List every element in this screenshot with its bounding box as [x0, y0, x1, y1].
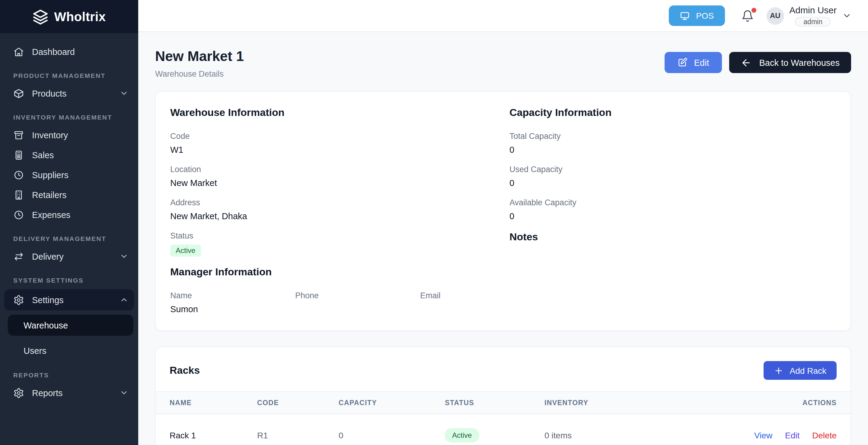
column-header-actions: ACTIONS	[681, 391, 850, 414]
field-status: Status Active	[170, 231, 509, 257]
sidebar-item-products[interactable]: Products	[0, 83, 138, 103]
delete-rack-link[interactable]: Delete	[812, 431, 837, 440]
back-to-warehouses-button[interactable]: Back to Warehouses	[729, 52, 851, 73]
section-label-inventory: INVENTORY MANAGEMENT	[0, 103, 138, 125]
field-value: Sumon	[170, 304, 295, 315]
edit-rack-link[interactable]: Edit	[785, 431, 800, 440]
field-total-capacity: Total Capacity 0	[509, 131, 836, 155]
warehouse-info-column: Warehouse Information Code W1 Location N…	[170, 107, 509, 324]
sidebar-subitem-warehouse[interactable]: Warehouse	[8, 315, 133, 336]
field-label: Status	[170, 231, 509, 240]
add-rack-button[interactable]: Add Rack	[764, 361, 837, 380]
calculator-icon	[13, 149, 24, 160]
sidebar-item-settings[interactable]: Settings	[4, 289, 134, 310]
user-name: Admin User	[789, 5, 837, 15]
sidebar-item-label: Settings	[32, 295, 64, 305]
page-actions: Edit Back to Warehouses	[664, 52, 851, 73]
sidebar-item-reports[interactable]: Reports	[0, 383, 138, 403]
capacity-info-heading: Capacity Information	[509, 107, 836, 119]
column-header-code: CODE	[257, 391, 339, 414]
page-content: New Market 1 Warehouse Details Edit	[138, 32, 868, 445]
clock-icon	[13, 209, 24, 220]
arrows-left-right-icon	[13, 251, 24, 262]
brand-name: Wholtrix	[54, 9, 105, 24]
status-badge: Active	[170, 244, 201, 257]
racks-table: NAME CODE CAPACITY STATUS INVENTORY ACTI…	[156, 391, 850, 445]
monitor-icon	[680, 10, 690, 21]
field-address: Address New Market, Dhaka	[170, 198, 509, 221]
sidebar-item-retailers[interactable]: Retailers	[0, 185, 138, 205]
sidebar-item-sales[interactable]: Sales	[0, 145, 138, 165]
field-label: Used Capacity	[509, 165, 836, 174]
sidebar-item-label: Products	[32, 88, 66, 98]
racks-card: Racks Add Rack NAME CODE CAPAC	[155, 347, 851, 445]
field-label: Name	[170, 291, 295, 300]
home-icon	[13, 46, 24, 57]
user-menu[interactable]: Admin User admin	[789, 5, 837, 27]
avatar[interactable]: AU	[766, 7, 784, 25]
app-root: Wholtrix Dashboard PRODUCT MANAGEMENT Pr…	[0, 0, 868, 445]
rack-capacity-cell: 0	[339, 414, 445, 445]
field-label: Total Capacity	[509, 131, 836, 141]
sidebar-item-expenses[interactable]: Expenses	[0, 205, 138, 225]
sidebar-subitem-users[interactable]: Users	[8, 340, 133, 361]
rack-code-cell: R1	[257, 414, 339, 445]
edit-warehouse-button[interactable]: Edit	[664, 52, 722, 73]
sidebar-item-dashboard[interactable]: Dashboard	[0, 42, 138, 62]
field-label: Address	[170, 198, 509, 207]
field-value: New Market	[170, 178, 509, 188]
building-icon	[13, 189, 24, 200]
edit-button-label: Edit	[694, 58, 709, 67]
user-role-badge: admin	[795, 17, 831, 27]
section-label-product: PRODUCT MANAGEMENT	[0, 62, 138, 83]
field-value: W1	[170, 145, 509, 155]
notifications-button[interactable]	[741, 9, 754, 22]
gear-icon	[13, 387, 24, 398]
section-label-system: SYSTEM SETTINGS	[0, 266, 138, 288]
add-rack-label: Add Rack	[790, 365, 826, 375]
sidebar: Wholtrix Dashboard PRODUCT MANAGEMENT Pr…	[0, 0, 138, 445]
clock-icon	[13, 169, 24, 180]
chevron-down-icon	[120, 252, 129, 261]
field-location: Location New Market	[170, 165, 509, 188]
chevron-down-icon	[120, 388, 129, 397]
rack-inventory-cell: 0 items	[545, 414, 681, 445]
brand-header[interactable]: Wholtrix	[0, 0, 138, 33]
field-code: Code W1	[170, 131, 509, 155]
sidebar-item-label: Users	[24, 346, 46, 355]
pos-label: POS	[696, 11, 714, 21]
field-value: 0	[509, 211, 836, 221]
scale-wrapper: Wholtrix Dashboard PRODUCT MANAGEMENT Pr…	[0, 0, 868, 445]
main-area: POS AU Admin User admin New Market 1	[138, 0, 868, 445]
column-header-status: STATUS	[445, 391, 545, 414]
page-title-block: New Market 1 Warehouse Details	[155, 47, 244, 79]
chevron-down-icon[interactable]	[842, 11, 852, 21]
field-label: Available Capacity	[509, 198, 836, 207]
status-badge: Active	[445, 428, 479, 443]
manager-info-heading: Manager Information	[170, 266, 509, 278]
sidebar-item-label: Retailers	[32, 190, 66, 200]
rack-status-cell: Active	[445, 414, 545, 445]
sidebar-item-label: Suppliers	[32, 170, 68, 180]
sidebar-item-delivery[interactable]: Delivery	[0, 246, 138, 266]
racks-heading: Racks	[169, 364, 200, 377]
page-header: New Market 1 Warehouse Details Edit	[155, 47, 851, 79]
pos-button[interactable]: POS	[669, 5, 725, 26]
field-manager-name: Name Sumon	[170, 291, 295, 315]
page-subtitle: Warehouse Details	[155, 69, 244, 79]
column-header-inventory: INVENTORY	[545, 391, 681, 414]
field-label: Location	[170, 165, 509, 174]
sidebar-item-label: Reports	[32, 388, 63, 397]
sidebar-nav: Dashboard PRODUCT MANAGEMENT Products IN…	[0, 33, 138, 403]
arrow-left-icon	[741, 57, 751, 68]
sidebar-item-suppliers[interactable]: Suppliers	[0, 165, 138, 185]
pencil-square-icon	[677, 57, 687, 68]
sidebar-item-label: Expenses	[32, 210, 70, 219]
section-label-delivery: DELIVERY MANAGEMENT	[0, 225, 138, 246]
field-available-capacity: Available Capacity 0	[509, 198, 836, 221]
sidebar-item-inventory[interactable]: Inventory	[0, 125, 138, 145]
column-header-name: NAME	[156, 391, 257, 414]
column-header-capacity: CAPACITY	[339, 391, 445, 414]
view-rack-link[interactable]: View	[754, 431, 772, 440]
sidebar-item-label: Dashboard	[32, 47, 75, 56]
